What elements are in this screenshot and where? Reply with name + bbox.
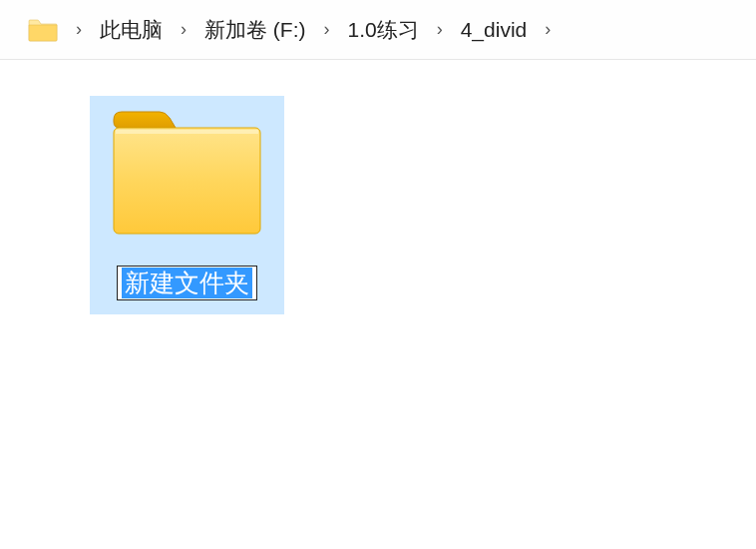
file-grid[interactable]: 新建文件夹: [0, 60, 756, 314]
chevron-right-icon[interactable]: ›: [429, 19, 451, 40]
svg-rect-0: [114, 128, 260, 234]
breadcrumb-item-folder-1[interactable]: 1.0练习: [341, 12, 424, 48]
chevron-right-icon[interactable]: ›: [315, 19, 337, 40]
folder-icon[interactable]: [28, 18, 58, 42]
folder-item[interactable]: 新建文件夹: [90, 96, 284, 314]
folder-icon: [110, 108, 264, 238]
breadcrumb-item-folder-2[interactable]: 4_divid: [455, 14, 534, 46]
breadcrumb-item-this-pc[interactable]: 此电脑: [94, 12, 169, 48]
folder-name-text[interactable]: 新建文件夹: [122, 268, 252, 298]
chevron-right-icon[interactable]: ›: [537, 19, 559, 40]
breadcrumb-item-drive[interactable]: 新加卷 (F:): [198, 12, 311, 48]
chevron-right-icon[interactable]: ›: [173, 19, 194, 40]
svg-rect-1: [116, 130, 258, 134]
breadcrumb[interactable]: › 此电脑 › 新加卷 (F:) › 1.0练习 › 4_divid ›: [0, 0, 756, 60]
chevron-right-icon[interactable]: ›: [68, 19, 90, 40]
folder-name-input[interactable]: 新建文件夹: [117, 266, 257, 300]
